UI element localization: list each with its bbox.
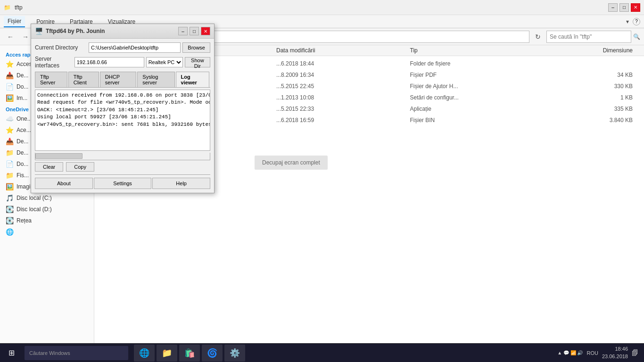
store-icon: 🛍️ [184,348,195,358]
ribbon-down-icon: ▾ [626,18,629,25]
edge-icon: 🌐 [139,348,149,358]
bottom-btn-row: About Settings Help [35,174,210,189]
onedrive-icon: ☁️ [6,115,14,123]
tab-syslog-server[interactable]: Syslog server [137,72,174,87]
forward-btn[interactable]: → [19,30,32,43]
file-type: Fișier BIN [410,117,544,123]
horizontal-scrollbar[interactable] [35,153,210,160]
file-date: ...6.2018 16:59 [276,117,410,123]
interface-select[interactable]: Realtek PC [146,57,183,67]
search-placeholder-text: Căutare Windows [29,350,70,356]
retea-icon: 🌐 [6,228,14,236]
file-date: ...5.2015 22:45 [276,83,410,90]
explorer-icon: 📁 [162,348,172,358]
sidebar-label-img: Im... [17,95,27,101]
dialog-maximize-btn[interactable]: □ [190,27,199,35]
sidebar-item-retea[interactable]: 🌐 [0,226,94,238]
screenshot-btn[interactable]: Decupaj ecran complet [255,156,328,170]
back-btn[interactable]: ← [4,30,17,43]
current-dir-input[interactable] [89,42,181,53]
clock-date: 23.06.2018 [602,353,628,360]
ribbon-fisier[interactable]: Fișier [4,16,25,27]
settings-btn[interactable]: Settings [94,178,152,189]
file-size: 1 KB [544,94,640,101]
start-button[interactable]: ⊞ [0,344,23,362]
dialog-title: 🖥️ Tftpd64 by Ph. Jounin [35,27,105,35]
img-icon: 🖼️ [6,94,14,102]
sidebar-label-disc-d: Rețea [17,217,32,224]
clock-time: 18:46 [602,346,628,353]
taskbar-app-store[interactable]: 🛍️ [179,345,200,362]
dialog-controls: – □ ✕ [178,27,210,35]
explorer-maximize-btn[interactable]: □ [619,3,629,12]
taskbar-clock: 18:46 23.06.2018 [602,346,628,360]
refresh-btn[interactable]: ↻ [531,30,545,43]
tab-dhcp-server[interactable]: DHCP server [100,72,137,87]
about-btn[interactable]: About [35,178,93,189]
tab-tftp-server[interactable]: Tftp Server [35,72,67,87]
show-dir-btn[interactable]: Show Dir [185,57,210,67]
col-type-header[interactable]: Tip [410,47,544,54]
server-interfaces-row: Server interfaces Realtek PC Show Dir [35,56,210,69]
dialog-titlebar: 🖥️ Tftpd64 by Ph. Jounin – □ ✕ [31,24,214,39]
sidebar-item-disc-c[interactable]: 💽 Disc local (D:) [0,204,94,215]
file-date: ...5.2015 22:33 [276,106,410,112]
log-line-3: OACK: <timeout=2.> [23/06 18:45:21.245] [37,107,208,114]
col-size-header[interactable]: Dimensiune [544,47,640,54]
de1-icon: 📥 [6,72,14,79]
explorer-minimize-btn[interactable]: – [608,3,618,12]
sidebar-label-de1: De... [17,72,28,79]
sidebar-label-onedrive: One... [17,115,32,122]
start-icon: ⊞ [8,348,15,357]
acces-icon: ⭐ [6,60,14,68]
file-size: 3.840 KB [544,117,640,123]
help-btn[interactable]: Help [152,178,210,189]
app4-icon: ⚙️ [230,348,240,358]
log-line-5: <wr740v5_tp_recovery.bin>: sent 7681 blk… [37,121,208,128]
search-icon: 🔍 [633,33,640,40]
disc-d-icon: 💽 [6,217,14,224]
interface-ip-input[interactable] [74,57,144,67]
explorer-window-icon: 📁 [4,4,11,11]
taskbar-app-edge[interactable]: 🌐 [134,345,155,362]
copy-btn[interactable]: Copy [66,162,94,172]
doc-icon: 📄 [6,83,14,90]
tab-log-viewer[interactable]: Log viewer [176,72,209,87]
sidebar-label-ace: Ace... [17,127,31,133]
dialog-title-text: Tftpd64 by Ph. Jounin [46,28,105,34]
search-input[interactable] [546,31,631,43]
file-size: 335 KB [544,106,640,112]
dialog-close-btn[interactable]: ✕ [201,27,210,35]
file-type: Setări de configur... [410,94,544,101]
dialog-icon: 🖥️ [35,27,43,35]
scrollbar-thumb [35,153,83,159]
de2-icon: 📥 [6,138,14,145]
tftp-dialog: 🖥️ Tftpd64 by Ph. Jounin – □ ✕ Current D… [31,24,215,193]
taskbar: ⊞ Căutare Windows 🌐 📁 🛍️ 🌀 ⚙️ ▲ 💬 📶 🔊 RO… [0,343,644,362]
clear-btn[interactable]: Clear [35,162,63,172]
taskbar-app-app4[interactable]: ⚙️ [224,345,245,362]
taskbar-search[interactable]: Căutare Windows [25,346,128,360]
sidebar-label-disc-c: Disc local (D:) [17,206,52,213]
sidebar-label-de3: De... [17,149,28,156]
action-btn-row: Clear Copy [35,162,210,172]
file-date: ...8.2009 16:34 [276,72,410,78]
language-indicator: ROU [586,350,598,356]
de3-icon: 📁 [6,149,14,156]
fis-icon: 📁 [6,172,14,179]
tab-tftp-client[interactable]: Tftp Client [68,72,99,87]
ribbon-help-icon: ? [633,18,640,25]
dialog-minimize-btn[interactable]: – [178,27,188,35]
browse-btn[interactable]: Browse [182,42,210,53]
file-date: ...6.2018 18:44 [276,60,410,67]
sidebar-item-muzica[interactable]: 🎵 Disc local (C:) [0,192,94,204]
notification-icon[interactable]: 🗐 [632,349,638,357]
col-date-header[interactable]: Data modificării [276,47,410,54]
file-size: 330 KB [544,83,640,90]
taskbar-app-app3[interactable]: 🌀 [202,345,223,362]
taskbar-app-explorer[interactable]: 📁 [157,345,177,362]
explorer-close-btn[interactable]: ✕ [631,3,640,12]
sidebar-item-disc-d[interactable]: 💽 Rețea [0,215,94,226]
taskbar-items: 🌐 📁 🛍️ 🌀 ⚙️ [134,345,245,362]
muzica-icon: 🎵 [6,194,14,202]
